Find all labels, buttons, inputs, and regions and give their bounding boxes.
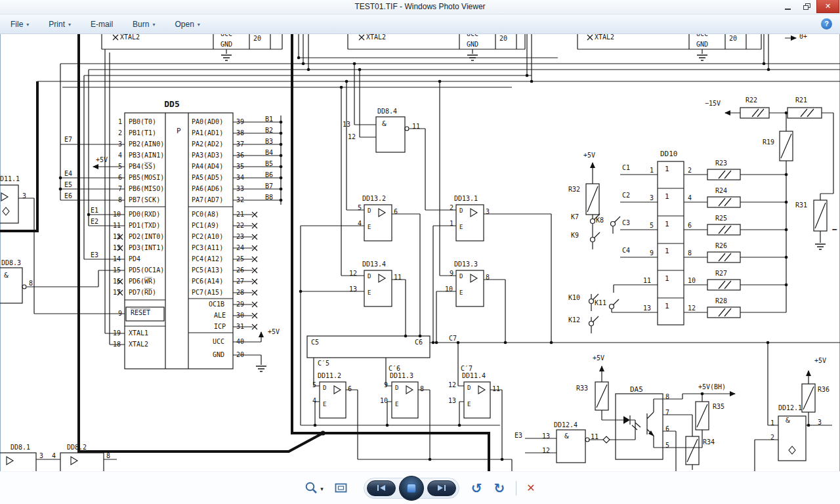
previous-icon (376, 484, 387, 492)
toolbar-separator (516, 481, 516, 495)
title-bar[interactable]: TEST01.TIF - Windows Photo Viewer (0, 0, 840, 14)
photo-viewer-window: XTAL2UCCGND20XTAL2UCCGND20XTAL2UCCGND200… (0, 0, 840, 504)
delete-button[interactable]: ✕ (526, 482, 535, 494)
window-controls: ✕ (778, 0, 839, 13)
schematic-wires-thick (0, 34, 489, 471)
arrowheads (93, 35, 811, 436)
menu-print[interactable]: Print ▾ (49, 20, 71, 29)
window-title: TEST01.TIF - Windows Photo Viewer (0, 0, 840, 14)
menu-file-label: File (10, 20, 23, 29)
schematic-wires-thin (18, 34, 840, 471)
menu-print-label: Print (49, 20, 65, 29)
chevron-down-icon: ▾ (26, 20, 29, 28)
menu-bar: File ▾ Print ▾ E-mail Burn ▾ Open ▾ ? (0, 14, 840, 34)
help-icon: ? (824, 20, 829, 28)
resistor-slashes (587, 109, 826, 462)
inverter-bubbles (22, 127, 589, 442)
previous-button[interactable] (367, 480, 396, 496)
restore-icon (803, 3, 810, 10)
chevron-down-icon: ▾ (152, 20, 155, 28)
menu-email[interactable]: E-mail (91, 20, 113, 29)
menu-burn[interactable]: Burn ▾ (133, 20, 155, 29)
slideshow-button[interactable] (399, 476, 424, 501)
schematic-image (0, 0, 840, 504)
junction-dots (60, 58, 808, 459)
menu-file[interactable]: File ▾ (10, 20, 29, 29)
led-symbol (623, 416, 630, 424)
fit-to-window-button[interactable] (334, 482, 348, 494)
relay-contacts (589, 214, 621, 326)
minimize-button[interactable] (778, 0, 797, 13)
chevron-down-icon: ▾ (198, 20, 200, 28)
delete-icon: ✕ (526, 482, 535, 494)
menu-burn-label: Burn (133, 20, 149, 29)
diamond-markers (3, 207, 795, 454)
buffer-triangles (1, 193, 485, 465)
play-slideshow-icon (407, 484, 416, 493)
close-icon: ✕ (825, 2, 831, 10)
rotate-cw-icon: ↻ (494, 482, 505, 495)
rotate-counterclockwise-button[interactable]: ↺ (471, 482, 482, 495)
bottom-bar: ▾ ↺ ↻ ✕ (0, 471, 840, 504)
maximize-button[interactable] (797, 0, 816, 13)
navigation-group (364, 478, 459, 499)
no-connect-crosses (113, 35, 593, 329)
chevron-down-icon: ▾ (320, 484, 324, 492)
minimize-icon (785, 9, 791, 10)
zoom-button[interactable]: ▾ (304, 481, 324, 495)
rotate-clockwise-button[interactable]: ↻ (494, 482, 505, 495)
next-button[interactable] (427, 480, 456, 496)
fit-to-window-icon (334, 482, 348, 494)
menu-email-label: E-mail (91, 20, 113, 29)
magnifier-icon (304, 481, 318, 495)
menu-open-label: Open (175, 20, 194, 29)
schematic-component-boxes (0, 108, 827, 486)
menu-open[interactable]: Open ▾ (175, 20, 200, 29)
close-button[interactable]: ✕ (816, 0, 839, 13)
ground-symbols (221, 55, 826, 371)
next-icon (436, 484, 447, 492)
help-button[interactable]: ? (821, 18, 832, 30)
rotate-ccw-icon: ↺ (471, 482, 482, 495)
chevron-down-icon: ▾ (68, 20, 71, 28)
toolbar: ▾ ↺ ↻ ✕ (304, 478, 535, 499)
